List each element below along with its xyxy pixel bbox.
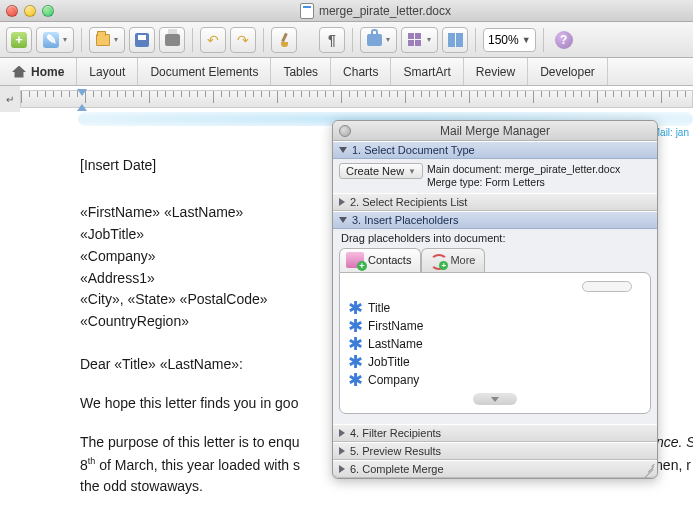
tab-label: Charts bbox=[343, 65, 378, 79]
redo-button[interactable]: ↷ bbox=[230, 27, 256, 53]
body-paragraph: the odd stowaways. bbox=[80, 477, 693, 496]
new-from-template-button[interactable]: ✎▾ bbox=[36, 27, 74, 53]
tab-charts[interactable]: Charts bbox=[331, 58, 391, 85]
print-button[interactable] bbox=[159, 27, 185, 53]
chevron-down-icon bbox=[491, 397, 499, 402]
placeholder-field-list: ✱Title ✱FirstName ✱LastName ✱JobTitle ✱C… bbox=[348, 299, 642, 389]
document-info: Main document: merge_pirate_letter.docx … bbox=[427, 163, 620, 189]
placeholders-tab-contacts[interactable]: Contacts bbox=[339, 248, 421, 272]
field-label: LastName bbox=[368, 337, 423, 351]
section-select-recipients[interactable]: 2. Select Recipients List bbox=[333, 193, 657, 211]
chevron-down-icon: ▾ bbox=[386, 35, 390, 44]
section-label: 5. Preview Results bbox=[350, 445, 441, 457]
tab-label: Document Elements bbox=[150, 65, 258, 79]
button-label: Create New bbox=[346, 165, 404, 177]
merge-field-item[interactable]: ✱JobTitle bbox=[348, 353, 642, 371]
chevron-down-icon: ▾ bbox=[63, 35, 67, 44]
create-new-button[interactable]: Create New ▼ bbox=[339, 163, 423, 179]
merge-field-icon: ✱ bbox=[348, 301, 363, 315]
section-label: 4. Filter Recipients bbox=[350, 427, 441, 439]
window-title: merge_pirate_letter.docx bbox=[319, 4, 451, 18]
section-filter-recipients[interactable]: 4. Filter Recipients bbox=[333, 424, 657, 442]
section-insert-placeholders[interactable]: 3. Insert Placeholders bbox=[333, 211, 657, 229]
merge-type-label: Merge type: Form Letters bbox=[427, 176, 620, 189]
section-label: 2. Select Recipients List bbox=[350, 196, 467, 208]
panel-close-button[interactable] bbox=[339, 125, 351, 137]
section-complete-merge[interactable]: 6. Complete Merge bbox=[333, 460, 657, 478]
save-button[interactable] bbox=[129, 27, 155, 53]
zoom-window-button[interactable] bbox=[42, 5, 54, 17]
horizontal-ruler[interactable] bbox=[20, 90, 693, 108]
placeholder-field-box: ✱Title ✱FirstName ✱LastName ✱JobTitle ✱C… bbox=[339, 272, 651, 414]
tab-document-elements[interactable]: Document Elements bbox=[138, 58, 271, 85]
chevron-down-icon: ▼ bbox=[522, 35, 531, 45]
disclosure-triangle-icon bbox=[339, 217, 347, 223]
section-label: 6. Complete Merge bbox=[350, 463, 444, 475]
field-label: Title bbox=[368, 301, 390, 315]
gallery-button[interactable]: ▾ bbox=[401, 27, 438, 53]
tab-review[interactable]: Review bbox=[464, 58, 528, 85]
tab-label: Layout bbox=[89, 65, 125, 79]
disclosure-triangle-icon bbox=[339, 147, 347, 153]
ribbon-tabs: Home Layout Document Elements Tables Cha… bbox=[0, 58, 693, 86]
tab-smartart[interactable]: SmartArt bbox=[391, 58, 463, 85]
open-button[interactable]: ▾ bbox=[89, 27, 125, 53]
chevron-down-icon: ▾ bbox=[114, 35, 118, 44]
help-button[interactable]: ? bbox=[551, 27, 577, 53]
section-3-body: Drag placeholders into document: Contact… bbox=[333, 229, 657, 424]
section-label: 1. Select Document Type bbox=[352, 144, 475, 156]
toolbox-button[interactable]: ▾ bbox=[360, 27, 397, 53]
tab-label: SmartArt bbox=[403, 65, 450, 79]
new-document-button[interactable]: + bbox=[6, 27, 32, 53]
minimize-window-button[interactable] bbox=[24, 5, 36, 17]
tab-label: More bbox=[450, 254, 475, 266]
merge-field-icon: ✱ bbox=[348, 337, 363, 351]
merge-field-item[interactable]: ✱Title bbox=[348, 299, 642, 317]
panel-title-text: Mail Merge Manager bbox=[440, 124, 550, 138]
placeholders-tab-more[interactable]: More bbox=[421, 248, 485, 272]
contacts-icon bbox=[346, 252, 364, 268]
ruler-region: ↵ bbox=[0, 86, 693, 112]
merge-field-item[interactable]: ✱LastName bbox=[348, 335, 642, 353]
disclosure-triangle-icon bbox=[339, 447, 345, 455]
home-icon bbox=[12, 66, 26, 78]
merge-field-item[interactable]: ✱FirstName bbox=[348, 317, 642, 335]
mail-merge-manager-panel[interactable]: Mail Merge Manager 1. Select Document Ty… bbox=[332, 120, 658, 479]
horizontal-thumb[interactable] bbox=[582, 281, 632, 292]
more-icon bbox=[428, 252, 446, 268]
format-painter-button[interactable] bbox=[271, 27, 297, 53]
chevron-down-icon: ▼ bbox=[408, 167, 416, 176]
tab-label: Review bbox=[476, 65, 515, 79]
tab-developer[interactable]: Developer bbox=[528, 58, 608, 85]
scroll-thumb[interactable] bbox=[473, 393, 517, 405]
standard-toolbar: + ✎▾ ▾ ↶ ↷ ¶ ▾ ▾ 150% ▼ ? bbox=[0, 22, 693, 58]
tab-home[interactable]: Home bbox=[0, 58, 77, 85]
resize-grip[interactable] bbox=[641, 462, 655, 476]
section-label: 3. Insert Placeholders bbox=[352, 214, 458, 226]
disclosure-triangle-icon bbox=[339, 465, 345, 473]
disclosure-triangle-icon bbox=[339, 198, 345, 206]
tab-label: Tables bbox=[283, 65, 318, 79]
sidebar-panels-button[interactable] bbox=[442, 27, 468, 53]
show-paragraph-marks-button[interactable]: ¶ bbox=[319, 27, 345, 53]
panel-titlebar[interactable]: Mail Merge Manager bbox=[333, 121, 657, 141]
zoom-value: 150% bbox=[488, 33, 519, 47]
disclosure-triangle-icon bbox=[339, 429, 345, 437]
merge-field-icon: ✱ bbox=[348, 373, 363, 387]
field-label: JobTitle bbox=[368, 355, 410, 369]
window-controls bbox=[6, 5, 54, 17]
zoom-select[interactable]: 150% ▼ bbox=[483, 28, 536, 52]
tab-tables[interactable]: Tables bbox=[271, 58, 331, 85]
close-window-button[interactable] bbox=[6, 5, 18, 17]
section-preview-results[interactable]: 5. Preview Results bbox=[333, 442, 657, 460]
field-label: FirstName bbox=[368, 319, 423, 333]
section-select-document-type[interactable]: 1. Select Document Type bbox=[333, 141, 657, 159]
merge-field-item[interactable]: ✱Company bbox=[348, 371, 642, 389]
chevron-down-icon: ▾ bbox=[427, 35, 431, 44]
arrow-icon: ↵ bbox=[6, 94, 14, 105]
undo-button[interactable]: ↶ bbox=[200, 27, 226, 53]
tab-label: Developer bbox=[540, 65, 595, 79]
tab-layout[interactable]: Layout bbox=[77, 58, 138, 85]
view-mode-button[interactable]: ↵ bbox=[0, 86, 20, 112]
main-document-label: Main document: merge_pirate_letter.docx bbox=[427, 163, 620, 176]
